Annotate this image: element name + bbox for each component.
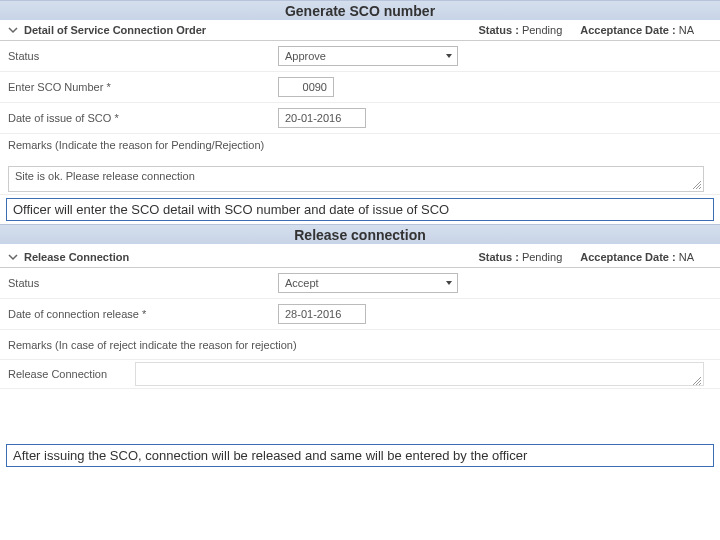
panel-title: Release Connection xyxy=(24,251,129,263)
section-heading-generate-sco: Generate SCO number xyxy=(0,0,720,20)
label-status: Status xyxy=(8,50,278,62)
sco-date-input[interactable]: 20-01-2016 xyxy=(278,108,366,128)
label-release-date: Date of connection release xyxy=(8,308,278,320)
row-status: Status Approve xyxy=(0,41,720,72)
panel-header-release-connection[interactable]: Release Connection Status : Pending Acce… xyxy=(0,247,720,268)
caption-release: After issuing the SCO, connection will b… xyxy=(6,444,714,467)
row-remarks-2: Remarks (In case of reject indicate the … xyxy=(0,330,720,360)
resize-grip-icon[interactable] xyxy=(693,375,701,383)
label-release-connection: Release Connection xyxy=(8,368,107,380)
label-remarks-2: Remarks (In case of reject indicate the … xyxy=(8,339,712,351)
remarks-textarea[interactable]: Site is ok. Please release connection xyxy=(8,166,704,192)
panel-title: Detail of Service Connection Order xyxy=(24,24,206,36)
row-sco-number: Enter SCO Number 0090 xyxy=(0,72,720,103)
status-meta: Status : Pending xyxy=(479,251,563,263)
panel-header-sco-detail[interactable]: Detail of Service Connection Order Statu… xyxy=(0,20,720,41)
acceptance-meta: Acceptance Date : NA xyxy=(580,24,694,36)
status-select-2[interactable]: Accept xyxy=(278,273,458,293)
sco-number-input[interactable]: 0090 xyxy=(278,77,334,97)
label-remarks: Remarks (Indicate the reason for Pending… xyxy=(8,139,264,163)
label-status-2: Status xyxy=(8,277,278,289)
label-sco-number: Enter SCO Number xyxy=(8,81,278,93)
row-sco-date: Date of issue of SCO 20-01-2016 xyxy=(0,103,720,134)
caret-down-icon xyxy=(445,52,453,60)
row-remarks-label: Remarks (Indicate the reason for Pending… xyxy=(0,134,720,164)
label-sco-date: Date of issue of SCO xyxy=(8,112,278,124)
row-status-2: Status Accept xyxy=(0,268,720,299)
acceptance-meta: Acceptance Date : NA xyxy=(580,251,694,263)
release-connection-textarea[interactable] xyxy=(135,362,704,386)
caret-down-icon xyxy=(445,279,453,287)
status-select[interactable]: Approve xyxy=(278,46,458,66)
release-date-input[interactable]: 28-01-2016 xyxy=(278,304,366,324)
status-meta: Status : Pending xyxy=(479,24,563,36)
row-release-connection: Release Connection xyxy=(0,360,720,389)
resize-grip-icon[interactable] xyxy=(693,181,701,189)
section-heading-release-connection: Release connection xyxy=(0,224,720,244)
caption-sco: Officer will enter the SCO detail with S… xyxy=(6,198,714,221)
chevron-down-icon xyxy=(8,25,18,35)
remarks-textarea-wrap: Site is ok. Please release connection xyxy=(0,164,720,195)
row-release-date: Date of connection release 28-01-2016 xyxy=(0,299,720,330)
chevron-down-icon xyxy=(8,252,18,262)
